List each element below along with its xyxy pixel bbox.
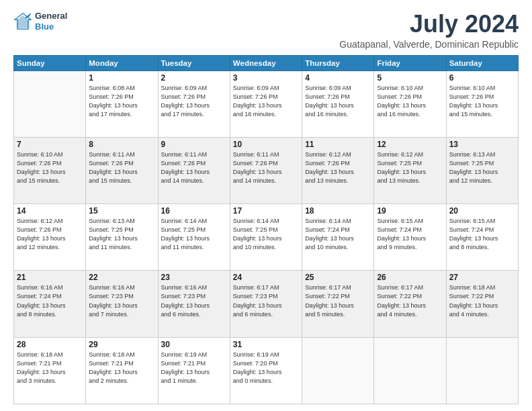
day-info: Sunrise: 6:16 AMSunset: 7:24 PMDaylight:…: [17, 283, 83, 318]
location-title: Guatapanal, Valverde, Dominican Republic: [339, 39, 519, 50]
day-number: 4: [305, 73, 371, 83]
table-cell: 4Sunrise: 6:09 AMSunset: 7:26 PMDaylight…: [302, 71, 374, 137]
table-cell: 7Sunrise: 6:10 AMSunset: 7:26 PMDaylight…: [14, 137, 86, 203]
day-info: Sunrise: 6:09 AMSunset: 7:26 PMDaylight:…: [305, 84, 371, 119]
month-title: July 2024: [339, 11, 519, 38]
day-number: 24: [233, 273, 299, 282]
day-number: 26: [377, 273, 443, 282]
day-info: Sunrise: 6:18 AMSunset: 7:22 PMDaylight:…: [449, 283, 515, 318]
table-cell: 10Sunrise: 6:11 AMSunset: 7:26 PMDayligh…: [230, 137, 302, 203]
calendar-row: 14Sunrise: 6:12 AMSunset: 7:26 PMDayligh…: [14, 204, 519, 271]
table-cell: 8Sunrise: 6:11 AMSunset: 7:26 PMDaylight…: [86, 137, 158, 203]
day-info: Sunrise: 6:17 AMSunset: 7:22 PMDaylight:…: [305, 283, 371, 318]
table-cell: [14, 71, 86, 137]
day-info: Sunrise: 6:14 AMSunset: 7:25 PMDaylight:…: [161, 217, 227, 252]
day-number: 18: [305, 206, 371, 216]
day-number: 15: [89, 206, 154, 216]
day-info: Sunrise: 6:18 AMSunset: 7:21 PMDaylight:…: [89, 351, 154, 385]
day-number: 27: [449, 273, 515, 282]
day-number: 12: [377, 140, 443, 149]
day-info: Sunrise: 6:11 AMSunset: 7:26 PMDaylight:…: [233, 150, 299, 185]
logo: General Blue: [13, 11, 67, 32]
table-cell: 18Sunrise: 6:14 AMSunset: 7:24 PMDayligh…: [302, 204, 374, 271]
day-info: Sunrise: 6:18 AMSunset: 7:21 PMDaylight:…: [17, 351, 83, 385]
table-cell: 28Sunrise: 6:18 AMSunset: 7:21 PMDayligh…: [14, 337, 86, 404]
table-cell: [302, 337, 374, 404]
day-info: Sunrise: 6:10 AMSunset: 7:26 PMDaylight:…: [449, 84, 515, 119]
table-cell: 25Sunrise: 6:17 AMSunset: 7:22 PMDayligh…: [302, 271, 374, 337]
header: General Blue July 2024 Guatapanal, Valve…: [13, 11, 519, 50]
calendar-row: 28Sunrise: 6:18 AMSunset: 7:21 PMDayligh…: [14, 337, 519, 404]
day-number: 2: [161, 73, 227, 83]
day-number: 10: [233, 140, 299, 149]
calendar-header-row: Sunday Monday Tuesday Wednesday Thursday…: [14, 55, 519, 71]
table-cell: 19Sunrise: 6:15 AMSunset: 7:24 PMDayligh…: [374, 204, 446, 271]
day-number: 1: [89, 73, 154, 83]
day-number: 14: [17, 206, 83, 216]
table-cell: 15Sunrise: 6:13 AMSunset: 7:25 PMDayligh…: [86, 204, 158, 271]
day-info: Sunrise: 6:14 AMSunset: 7:24 PMDaylight:…: [305, 217, 371, 252]
table-cell: 16Sunrise: 6:14 AMSunset: 7:25 PMDayligh…: [158, 204, 230, 271]
day-number: 28: [17, 340, 83, 349]
day-info: Sunrise: 6:19 AMSunset: 7:20 PMDaylight:…: [233, 351, 299, 385]
day-info: Sunrise: 6:19 AMSunset: 7:21 PMDaylight:…: [161, 351, 227, 385]
table-cell: 13Sunrise: 6:13 AMSunset: 7:25 PMDayligh…: [446, 137, 518, 203]
day-info: Sunrise: 6:12 AMSunset: 7:26 PMDaylight:…: [305, 150, 371, 185]
table-cell: 5Sunrise: 6:10 AMSunset: 7:26 PMDaylight…: [374, 71, 446, 137]
table-cell: 29Sunrise: 6:18 AMSunset: 7:21 PMDayligh…: [86, 337, 158, 404]
day-info: Sunrise: 6:16 AMSunset: 7:23 PMDaylight:…: [89, 283, 154, 318]
day-info: Sunrise: 6:10 AMSunset: 7:26 PMDaylight:…: [17, 150, 83, 185]
table-cell: 12Sunrise: 6:12 AMSunset: 7:25 PMDayligh…: [374, 137, 446, 203]
calendar-table: Sunday Monday Tuesday Wednesday Thursday…: [13, 55, 519, 404]
table-cell: 1Sunrise: 6:08 AMSunset: 7:26 PMDaylight…: [86, 71, 158, 137]
table-cell: 14Sunrise: 6:12 AMSunset: 7:26 PMDayligh…: [14, 204, 86, 271]
day-info: Sunrise: 6:15 AMSunset: 7:24 PMDaylight:…: [449, 217, 515, 252]
day-info: Sunrise: 6:10 AMSunset: 7:26 PMDaylight:…: [377, 84, 443, 119]
calendar-row: 1Sunrise: 6:08 AMSunset: 7:26 PMDaylight…: [14, 71, 519, 137]
day-number: 17: [233, 206, 299, 216]
day-number: 7: [17, 140, 83, 149]
table-cell: 9Sunrise: 6:11 AMSunset: 7:26 PMDaylight…: [158, 137, 230, 203]
calendar-row: 7Sunrise: 6:10 AMSunset: 7:26 PMDaylight…: [14, 137, 519, 203]
day-info: Sunrise: 6:12 AMSunset: 7:25 PMDaylight:…: [377, 150, 443, 185]
day-number: 9: [161, 140, 227, 149]
page: General Blue July 2024 Guatapanal, Valve…: [0, 0, 532, 411]
table-cell: 11Sunrise: 6:12 AMSunset: 7:26 PMDayligh…: [302, 137, 374, 203]
table-cell: [446, 337, 518, 404]
day-info: Sunrise: 6:13 AMSunset: 7:25 PMDaylight:…: [449, 150, 515, 185]
day-info: Sunrise: 6:09 AMSunset: 7:26 PMDaylight:…: [233, 84, 299, 119]
day-info: Sunrise: 6:17 AMSunset: 7:22 PMDaylight:…: [377, 283, 443, 318]
day-number: 13: [449, 140, 515, 149]
day-number: 5: [377, 73, 443, 83]
table-cell: 27Sunrise: 6:18 AMSunset: 7:22 PMDayligh…: [446, 271, 518, 337]
day-number: 22: [89, 273, 154, 282]
table-cell: 26Sunrise: 6:17 AMSunset: 7:22 PMDayligh…: [374, 271, 446, 337]
day-number: 23: [161, 273, 227, 282]
day-number: 11: [305, 140, 371, 149]
header-wednesday: Wednesday: [230, 55, 302, 71]
day-number: 21: [17, 273, 83, 282]
table-cell: 3Sunrise: 6:09 AMSunset: 7:26 PMDaylight…: [230, 71, 302, 137]
logo-blue-text: Blue: [35, 21, 54, 32]
day-number: 16: [161, 206, 227, 216]
table-cell: 24Sunrise: 6:17 AMSunset: 7:23 PMDayligh…: [230, 271, 302, 337]
header-monday: Monday: [86, 55, 158, 71]
day-info: Sunrise: 6:15 AMSunset: 7:24 PMDaylight:…: [377, 217, 443, 252]
day-number: 8: [89, 140, 154, 149]
header-friday: Friday: [374, 55, 446, 71]
logo-general: General: [35, 11, 67, 21]
day-info: Sunrise: 6:13 AMSunset: 7:25 PMDaylight:…: [89, 217, 154, 252]
day-info: Sunrise: 6:11 AMSunset: 7:26 PMDaylight:…: [161, 150, 227, 185]
day-number: 3: [233, 73, 299, 83]
header-sunday: Sunday: [14, 55, 86, 71]
table-cell: 23Sunrise: 6:16 AMSunset: 7:23 PMDayligh…: [158, 271, 230, 337]
logo-text: General Blue: [35, 11, 67, 32]
day-info: Sunrise: 6:12 AMSunset: 7:26 PMDaylight:…: [17, 217, 83, 252]
day-number: 19: [377, 206, 443, 216]
day-info: Sunrise: 6:16 AMSunset: 7:23 PMDaylight:…: [161, 283, 227, 318]
title-block: July 2024 Guatapanal, Valverde, Dominica…: [339, 11, 519, 50]
header-tuesday: Tuesday: [158, 55, 230, 71]
table-cell: 31Sunrise: 6:19 AMSunset: 7:20 PMDayligh…: [230, 337, 302, 404]
day-info: Sunrise: 6:08 AMSunset: 7:26 PMDaylight:…: [89, 84, 154, 119]
day-number: 25: [305, 273, 371, 282]
